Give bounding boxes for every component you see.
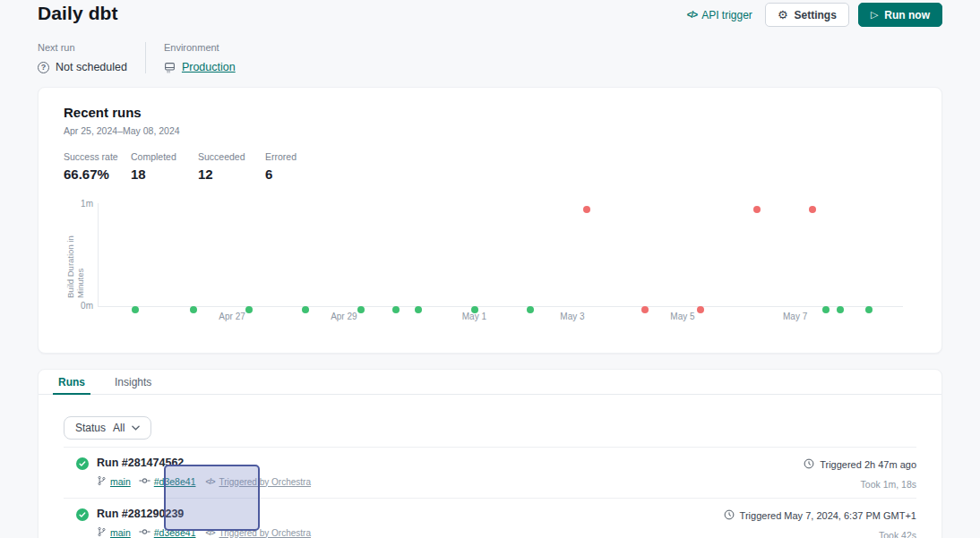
run-data-point[interactable] <box>190 306 197 313</box>
run-triggered-text: Triggered May 7, 2024, 6:37 PM GMT+1 <box>740 510 916 521</box>
code-icon: </> <box>687 10 697 20</box>
page-title: Daily dbt <box>38 3 118 24</box>
recent-runs-card: Recent runs Apr 25, 2024–May 08, 2024 Su… <box>38 87 942 354</box>
stat-item: Success rate66.67% <box>64 151 126 182</box>
run-data-point[interactable] <box>641 306 649 313</box>
run-took-text: Took 42s <box>724 530 916 538</box>
run-data-point[interactable] <box>392 306 400 313</box>
run-title: Run #281474562 <box>97 457 311 469</box>
settings-button[interactable]: ⚙ Settings <box>765 3 849 27</box>
run-triggered: Triggered May 7, 2024, 6:37 PM GMT+1 <box>724 509 916 522</box>
run-data-point[interactable] <box>302 306 309 313</box>
run-row-main: Run #281474562main#d3e8e41</>Triggered b… <box>97 457 311 488</box>
stat-label: Success rate <box>64 151 126 162</box>
trigger-source-label: Triggered by Orchestra <box>219 477 311 487</box>
page-header: Daily dbt </> API trigger ⚙ Settings ▷ R… <box>0 0 980 27</box>
run-data-point[interactable] <box>822 306 830 313</box>
run-data-point[interactable] <box>132 306 139 313</box>
commit-ref: #d3e8e41 <box>139 476 196 487</box>
stat-value: 18 <box>131 167 193 182</box>
stat-label: Completed <box>131 151 193 162</box>
x-axis-tick: Apr 29 <box>331 312 357 321</box>
environment-block: Environment Production <box>145 42 236 73</box>
x-axis-tick: May 3 <box>560 312 584 321</box>
run-data-point[interactable] <box>837 306 844 313</box>
clock-icon <box>804 458 814 471</box>
run-data-point[interactable] <box>583 206 590 213</box>
api-trigger-link[interactable]: </> API trigger <box>687 9 752 21</box>
success-check-icon <box>76 508 89 521</box>
run-data-point[interactable] <box>697 306 704 313</box>
y-axis-tick: 1m <box>72 199 93 209</box>
status-filter-value: All <box>113 422 125 434</box>
run-row[interactable]: Run #281474562main#d3e8e41</>Triggered b… <box>64 448 916 499</box>
run-data-point[interactable] <box>415 306 422 313</box>
gear-icon: ⚙ <box>778 9 788 21</box>
commit-link[interactable]: #d3e8e41 <box>154 527 196 538</box>
next-run-block: Next run ? Not scheduled <box>38 42 145 73</box>
run-row-left: Run #281290239main#d3e8e41</>Triggered b… <box>76 508 311 538</box>
trigger-source-label: Triggered by Orchestra <box>219 528 311 538</box>
chart-y-axis-label: Build Duration in Minutes <box>65 230 85 298</box>
run-data-point[interactable] <box>245 306 253 313</box>
chart-plot-area: 0m1mApr 27Apr 29May 1May 3May 5May 7 <box>98 203 903 307</box>
tab-insights[interactable]: Insights <box>114 370 152 394</box>
run-subrow: main#d3e8e41</>Triggered by Orchestra <box>97 475 311 488</box>
play-icon: ▷ <box>871 9 878 21</box>
code-icon: </> <box>205 528 214 537</box>
job-page: Daily dbt </> API trigger ⚙ Settings ▷ R… <box>0 0 980 538</box>
run-data-point[interactable] <box>865 306 873 313</box>
run-row-main: Run #281290239main#d3e8e41</>Triggered b… <box>97 508 311 538</box>
branch-link[interactable]: main <box>110 527 131 538</box>
runs-card: RunsInsights Status All Run #281474562ma… <box>38 369 942 538</box>
run-data-point[interactable] <box>527 306 534 313</box>
tab-runs[interactable]: Runs <box>57 370 86 394</box>
git-branch-icon <box>97 526 107 538</box>
tab-bar: RunsInsights <box>39 370 941 395</box>
branch-ref: main <box>97 475 131 488</box>
run-data-point[interactable] <box>753 206 761 213</box>
run-row[interactable]: Run #281290239main#d3e8e41</>Triggered b… <box>64 499 916 538</box>
trigger-source-chip[interactable]: </>Triggered by Orchestra <box>205 477 310 487</box>
next-run-value: Not scheduled <box>56 61 127 73</box>
git-branch-icon <box>97 475 107 488</box>
next-run-label: Next run <box>38 42 127 53</box>
status-filter-label: Status <box>75 422 106 434</box>
run-triggered: Triggered 2h 47m ago <box>804 458 916 471</box>
recent-runs-date-range: Apr 25, 2024–May 08, 2024 <box>64 125 916 136</box>
branch-link[interactable]: main <box>110 476 131 487</box>
branch-ref: main <box>97 526 131 538</box>
build-duration-chart: Build Duration in Minutes 0m1mApr 27Apr … <box>64 196 916 332</box>
environment-link[interactable]: Production <box>182 61 236 73</box>
stat-item: Succeeded12 <box>198 151 261 182</box>
success-check-icon <box>76 457 89 470</box>
run-data-point[interactable] <box>357 306 365 313</box>
run-row-right: Triggered 2h 47m agoTook 1m, 18s <box>804 457 916 490</box>
chevron-down-icon <box>132 425 140 431</box>
stat-item: Errored6 <box>265 151 328 182</box>
x-axis-tick: Apr 27 <box>219 312 245 321</box>
y-axis-tick: 0m <box>72 301 93 311</box>
status-filter[interactable]: Status All <box>64 416 151 440</box>
run-took-text: Took 1m, 18s <box>804 479 916 490</box>
commit-icon <box>139 527 150 538</box>
runs-body: Status All Run #281474562main#d3e8e41</>… <box>39 395 941 538</box>
run-data-point[interactable] <box>809 206 816 213</box>
stat-label: Errored <box>265 151 328 162</box>
commit-link[interactable]: #d3e8e41 <box>154 476 196 487</box>
run-row-right: Triggered May 7, 2024, 6:37 PM GMT+1Took… <box>724 508 916 538</box>
environment-value-row: Production <box>164 61 236 73</box>
stat-value: 6 <box>265 167 328 182</box>
stat-value: 66.67% <box>64 167 126 182</box>
api-trigger-label: API trigger <box>701 9 752 21</box>
environment-label: Environment <box>164 42 236 53</box>
run-title: Run #281290239 <box>97 508 311 520</box>
run-now-label: Run now <box>884 9 930 21</box>
database-icon <box>164 62 176 73</box>
run-now-button[interactable]: ▷ Run now <box>858 3 942 27</box>
clock-icon <box>724 509 735 522</box>
next-run-value-row: ? Not scheduled <box>38 61 127 73</box>
trigger-source-chip[interactable]: </>Triggered by Orchestra <box>205 528 310 538</box>
run-data-point[interactable] <box>471 306 478 313</box>
help-circle-icon: ? <box>38 62 49 73</box>
